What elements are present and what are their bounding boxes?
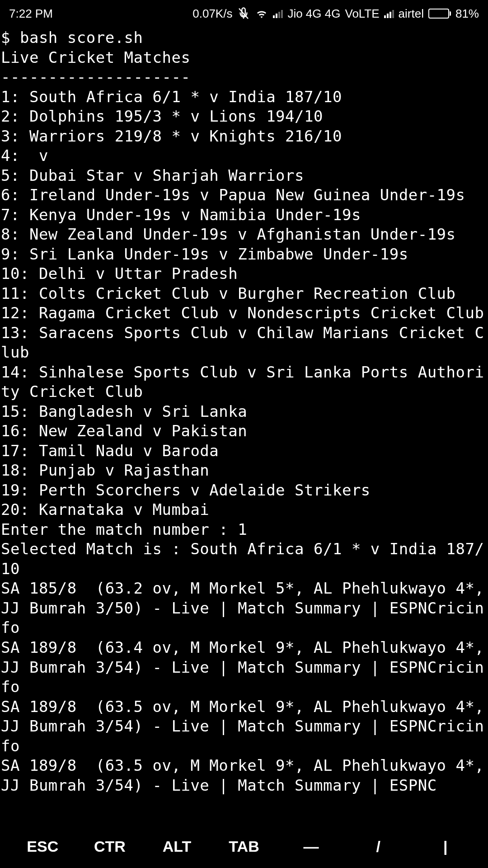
- keyboard-bar: ESC CTR ALT TAB — / |: [0, 825, 488, 868]
- battery-percent: 81%: [455, 7, 479, 21]
- carrier-1: Jio 4G 4G: [287, 7, 340, 21]
- signal-icon-1: [273, 9, 283, 18]
- terminal-output[interactable]: $ bash score.sh Live Cricket Matches ---…: [0, 27, 488, 825]
- status-data-rate: 0.07K/s: [192, 7, 232, 21]
- signal-icon-2: [384, 9, 394, 18]
- esc-key[interactable]: ESC: [9, 838, 76, 855]
- status-bar: 7:22 PM 0.07K/s Jio 4G 4G VoLTE: [0, 0, 488, 27]
- volte-label: VoLTE: [345, 7, 379, 21]
- mute-icon: [237, 7, 250, 20]
- dash-key[interactable]: —: [277, 838, 345, 855]
- pipe-key[interactable]: |: [412, 838, 479, 855]
- carrier-2: airtel: [399, 7, 424, 21]
- alt-key[interactable]: ALT: [143, 838, 211, 855]
- ctr-key[interactable]: CTR: [76, 838, 144, 855]
- battery-icon: [428, 9, 451, 19]
- wifi-icon: [255, 7, 268, 20]
- slash-key[interactable]: /: [345, 838, 412, 855]
- status-time: 7:22 PM: [9, 7, 53, 21]
- tab-key[interactable]: TAB: [211, 838, 278, 855]
